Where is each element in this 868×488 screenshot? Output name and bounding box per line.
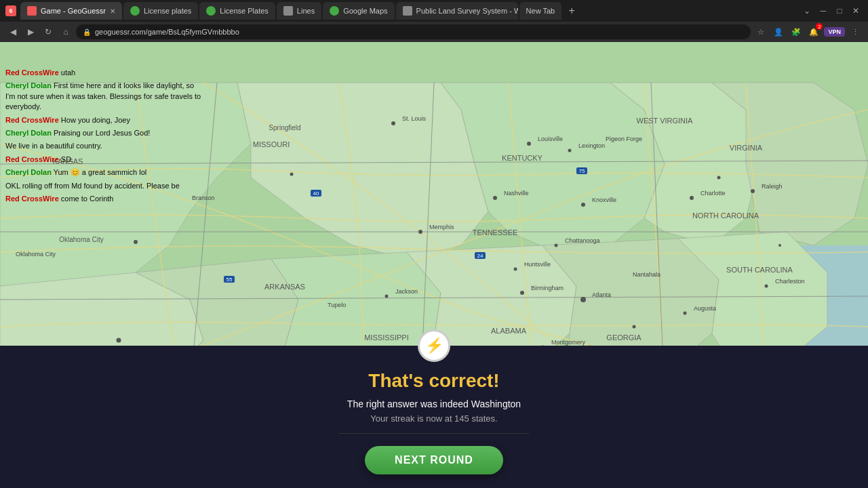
- tab-favicon-geoguessr: [27, 6, 37, 16]
- browser-chrome: 6 Game - GeoGuessr ✕ License plates Lice…: [0, 0, 868, 42]
- result-streak: Your streak is now at 145 states.: [370, 413, 497, 424]
- address-bar[interactable]: 🔒 geoguessr.com/game/BsLq5fymGVmbbbbo: [76, 24, 751, 39]
- close-button[interactable]: ✕: [849, 4, 863, 18]
- svg-text:MISSOURI: MISSOURI: [253, 140, 290, 148]
- svg-text:TENNESSEE: TENNESSEE: [473, 228, 518, 237]
- tab-license-plates-2[interactable]: License Plates: [199, 2, 275, 20]
- svg-text:KANSAS: KANSAS: [53, 157, 83, 165]
- svg-text:Atlanta: Atlanta: [592, 291, 611, 298]
- profile-button[interactable]: 👤: [771, 24, 786, 39]
- svg-point-21: [493, 196, 497, 200]
- result-panel: ⚡ That's correct! The right answer was i…: [0, 346, 868, 488]
- svg-point-45: [778, 244, 781, 247]
- svg-text:MISSISSIPPI: MISSISSIPPI: [364, 333, 408, 342]
- lightning-icon: ⚡: [425, 337, 443, 354]
- svg-point-23: [690, 196, 694, 200]
- svg-point-37: [290, 173, 294, 176]
- svg-point-34: [751, 189, 755, 193]
- svg-point-26: [418, 230, 422, 234]
- tab-list-button[interactable]: ⌄: [800, 4, 814, 18]
- svg-text:75: 75: [579, 168, 585, 174]
- tab-favicon-lp2: [206, 6, 216, 16]
- svg-text:St. Louis: St. Louis: [402, 115, 427, 122]
- tab-label-new: New Tab: [526, 7, 555, 15]
- back-button[interactable]: ◀: [5, 24, 20, 39]
- svg-text:NORTH CAROLINA: NORTH CAROLINA: [692, 211, 760, 220]
- svg-text:Birmingham: Birmingham: [531, 285, 564, 291]
- svg-point-41: [385, 295, 389, 298]
- svg-point-39: [684, 312, 687, 315]
- tab-license-plates-1[interactable]: License plates: [123, 2, 198, 20]
- svg-point-28: [527, 142, 531, 146]
- svg-text:Charleston: Charleston: [775, 278, 805, 285]
- lightning-icon-wrapper: ⚡: [418, 329, 450, 362]
- tab-favicon-maps: [330, 6, 339, 16]
- svg-text:Springfield: Springfield: [269, 124, 300, 131]
- home-button[interactable]: ⌂: [58, 24, 73, 39]
- svg-point-29: [568, 149, 572, 152]
- svg-text:Branson: Branson: [192, 195, 215, 201]
- lock-icon: 🔒: [83, 28, 91, 36]
- tab-bar: 6 Game - GeoGuessr ✕ License plates Lice…: [0, 0, 868, 22]
- tab-controls: ⌄ ─ □ ✕: [800, 4, 863, 18]
- tab-plss[interactable]: Public Land Survey System - Wikipedi…: [396, 2, 518, 20]
- svg-text:VIRGINIA: VIRGINIA: [730, 144, 763, 152]
- svg-text:Augusta: Augusta: [694, 305, 716, 312]
- divider: [339, 433, 529, 434]
- notifications-button[interactable]: 🔔2: [806, 24, 821, 39]
- svg-text:Lexington: Lexington: [578, 142, 605, 149]
- tab-favicon-plss: [403, 6, 412, 16]
- svg-text:Louisville: Louisville: [538, 136, 563, 142]
- svg-text:Tupelo: Tupelo: [328, 302, 346, 308]
- svg-point-31: [117, 338, 121, 343]
- svg-text:ARKANSAS: ARKANSAS: [264, 283, 305, 291]
- tab-geoguessr[interactable]: Game - GeoGuessr ✕: [20, 2, 122, 20]
- vpn-badge: VPN: [824, 27, 845, 37]
- bookmark-button[interactable]: ☆: [753, 24, 768, 39]
- svg-text:Oklahoma City: Oklahoma City: [16, 251, 56, 258]
- tab-label-lp1: License plates: [144, 7, 191, 15]
- tab-google-maps[interactable]: Google Maps: [323, 2, 394, 20]
- svg-text:ALABAMA: ALABAMA: [491, 327, 527, 335]
- svg-text:Nantahala: Nantahala: [633, 271, 660, 278]
- address-text: geoguessr.com/game/BsLq5fymGVmbbbbo: [95, 28, 239, 36]
- svg-point-22: [581, 203, 585, 207]
- nav-bar: ◀ ▶ ↻ ⌂ 🔒 geoguessr.com/game/BsLq5fymGVm…: [0, 22, 868, 42]
- new-tab-button[interactable]: +: [563, 2, 580, 20]
- svg-point-27: [555, 244, 558, 247]
- svg-text:Pigeon Forge: Pigeon Forge: [606, 136, 642, 142]
- nav-right-controls: ☆ 👤 🧩 🔔2 VPN ⋮: [753, 24, 863, 39]
- forward-button[interactable]: ▶: [23, 24, 38, 39]
- tab-favicon-lp1: [130, 6, 140, 16]
- svg-text:40: 40: [313, 190, 319, 197]
- svg-text:Charlotte: Charlotte: [701, 190, 726, 197]
- extensions-button[interactable]: 🧩: [789, 24, 804, 39]
- tab-close-geoguessr[interactable]: ✕: [110, 7, 115, 15]
- tab-favicon-lines: [283, 6, 293, 16]
- svg-text:SOUTH CAROLINA: SOUTH CAROLINA: [726, 266, 793, 274]
- svg-point-24: [580, 297, 586, 302]
- reload-button[interactable]: ↻: [41, 24, 56, 39]
- minimize-button[interactable]: ─: [816, 4, 830, 18]
- next-round-button[interactable]: NEXT ROUND: [365, 446, 503, 474]
- maximize-button[interactable]: □: [833, 4, 846, 18]
- svg-text:Raleigh: Raleigh: [762, 183, 783, 190]
- tab-new-tab[interactable]: New Tab: [519, 2, 562, 20]
- svg-point-40: [633, 325, 636, 329]
- svg-text:WEST VIRGINIA: WEST VIRGINIA: [637, 117, 694, 125]
- svg-point-20: [391, 121, 395, 125]
- svg-point-44: [765, 285, 768, 288]
- menu-button[interactable]: ⋮: [848, 24, 863, 39]
- result-title: That's correct!: [368, 370, 499, 392]
- result-subtitle: The right answer was indeed Washington: [347, 399, 521, 409]
- browser-favicon: 6: [5, 5, 16, 16]
- svg-text:24: 24: [477, 253, 484, 259]
- tab-lines[interactable]: Lines: [277, 2, 321, 20]
- svg-point-35: [717, 176, 721, 180]
- main-content: MISSOURI KENTUCKY TENNESSEE VIRGINIA WES…: [0, 42, 868, 488]
- svg-text:Chattanooga: Chattanooga: [565, 237, 600, 244]
- svg-text:GEORGIA: GEORGIA: [606, 333, 642, 342]
- svg-text:Oklahoma City: Oklahoma City: [59, 236, 104, 243]
- svg-text:Knoxville: Knoxville: [592, 197, 616, 203]
- svg-point-25: [520, 291, 524, 295]
